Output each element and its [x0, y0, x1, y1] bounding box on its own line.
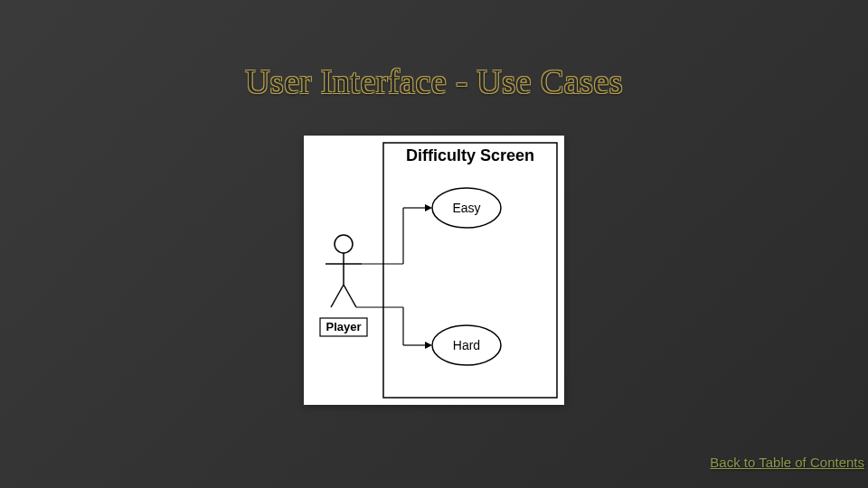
connector-hard [356, 307, 432, 349]
svg-marker-12 [425, 342, 432, 349]
usecase-easy-label: Easy [452, 201, 480, 215]
slide-title: User Interface - Use Cases [0, 61, 868, 101]
svg-line-3 [331, 285, 344, 307]
back-to-toc-link[interactable]: Back to Table of Contents [710, 455, 864, 470]
use-case-diagram: Difficulty Screen Player Easy Hard [304, 136, 564, 405]
svg-point-0 [335, 235, 353, 253]
actor-icon [326, 235, 362, 307]
svg-line-4 [344, 285, 356, 307]
system-label: Difficulty Screen [406, 146, 534, 164]
usecase-hard-label: Hard [453, 338, 480, 352]
connector-easy [362, 204, 432, 264]
diagram-svg: Difficulty Screen Player Easy Hard [304, 136, 564, 405]
svg-marker-8 [425, 204, 432, 211]
actor-label: Player [326, 320, 361, 333]
